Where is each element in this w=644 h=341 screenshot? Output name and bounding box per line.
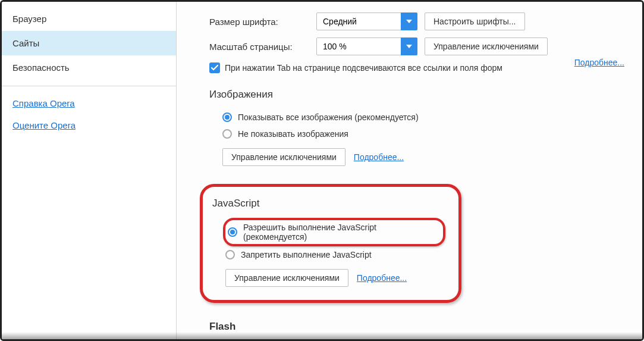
help-link-opera[interactable]: Справка Opera	[2, 92, 176, 114]
font-size-select[interactable]	[316, 12, 417, 30]
sidebar-item-security[interactable]: Безопасность	[2, 55, 176, 80]
javascript-exceptions-button[interactable]: Управление исключениями	[225, 269, 348, 287]
javascript-section-highlight: JavaScript Разрешить выполнение JavaScri…	[200, 184, 461, 303]
images-hide-label: Не показывать изображения	[238, 129, 348, 139]
javascript-more-link[interactable]: Подробнее...	[357, 273, 407, 283]
sidebar-item-sites[interactable]: Сайты	[2, 31, 176, 55]
images-exceptions-button[interactable]: Управление исключениями	[222, 148, 345, 166]
page-zoom-label: Масштаб страницы:	[209, 42, 316, 52]
images-actions: Управление исключениями Подробнее...	[222, 148, 624, 166]
images-more-link[interactable]: Подробнее...	[354, 152, 404, 162]
font-size-label: Размер шрифта:	[209, 17, 316, 27]
javascript-section-title: JavaScript	[212, 198, 445, 209]
zoom-more-link[interactable]: Подробнее...	[574, 58, 624, 67]
tab-highlight-checkbox[interactable]	[209, 62, 220, 73]
images-section-title: Изображения	[209, 89, 624, 101]
images-hide-radio[interactable]: Не показывать изображения	[209, 126, 624, 142]
javascript-block-label: Запретить выполнение JavaScript	[241, 250, 372, 259]
flash-section-title: Flash	[209, 321, 624, 333]
rate-link-opera[interactable]: Оцените Opera	[2, 114, 176, 136]
page-zoom-row: Масштаб страницы: Управление исключениям…	[209, 37, 624, 55]
sidebar-divider	[2, 86, 176, 86]
radio-icon	[228, 227, 237, 237]
sidebar-item-browser[interactable]: Браузер	[2, 7, 176, 31]
tab-highlight-label: При нажатии Tab на странице подсвечивают…	[225, 63, 502, 73]
radio-icon	[222, 129, 232, 139]
radio-icon	[222, 112, 232, 122]
javascript-allow-label: Разрешить выполнение JavaScript (рекомен…	[243, 223, 435, 242]
images-show-all-label: Показывать все изображения (рекомендуетс…	[238, 112, 419, 122]
page-zoom-select-wrap	[316, 37, 417, 55]
javascript-block-radio[interactable]: Запретить выполнение JavaScript	[212, 246, 445, 263]
radio-icon	[225, 250, 235, 259]
manage-zoom-exceptions-button[interactable]: Управление исключениями	[425, 37, 548, 55]
images-section: Изображения Показывать все изображения (…	[209, 89, 624, 166]
tab-highlight-row[interactable]: При нажатии Tab на странице подсвечивают…	[209, 62, 624, 73]
javascript-allow-highlight: Разрешить выполнение JavaScript (рекомен…	[223, 218, 445, 246]
page-zoom-select[interactable]	[316, 37, 417, 55]
images-show-all-radio[interactable]: Показывать все изображения (рекомендуетс…	[209, 109, 624, 126]
font-size-select-wrap	[316, 12, 417, 30]
javascript-allow-radio[interactable]: Разрешить выполнение JavaScript (рекомен…	[228, 223, 435, 242]
settings-content: Размер шрифта: Настроить шрифты... Масшт…	[177, 2, 642, 339]
settings-sidebar: Браузер Сайты Безопасность Справка Opera…	[2, 2, 177, 339]
javascript-actions: Управление исключениями Подробнее...	[225, 269, 445, 287]
font-size-row: Размер шрифта: Настроить шрифты...	[209, 12, 624, 30]
configure-fonts-button[interactable]: Настроить шрифты...	[425, 12, 525, 30]
